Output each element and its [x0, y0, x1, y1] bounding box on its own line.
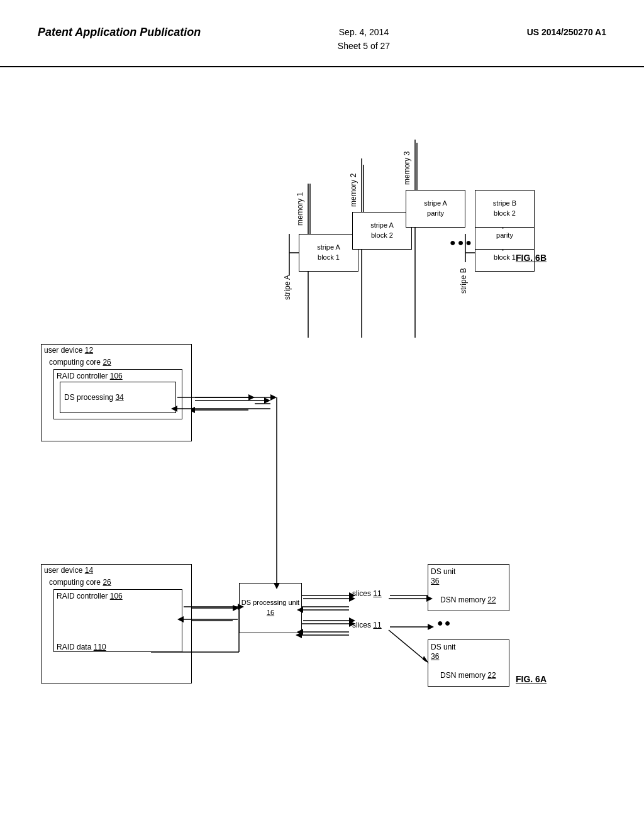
stripe-a-block2-box: stripe Ablock 2: [352, 212, 412, 250]
memory3-label: memory 3: [402, 143, 413, 193]
stripe-a-label: stripe A: [283, 250, 293, 325]
memory1-label: memory 1: [296, 184, 306, 234]
sheet-label: Sheet 5 of 27: [338, 39, 390, 53]
ds-processing-top-label: DS processing 34: [64, 393, 124, 402]
raid-controller-bottom-label: RAID controller 106: [57, 592, 123, 602]
fig6b-label: FIG. 6B: [516, 253, 547, 263]
stripe-b-block2-box: stripe Bblock 2: [475, 190, 535, 228]
stripe-b-block2-label: stripe Bblock 2: [493, 199, 516, 218]
stripe-a-block2-label: stripe Ablock 2: [370, 221, 394, 240]
ds-unit-bottom-label: DS unit36: [431, 643, 455, 662]
header-center: Sep. 4, 2014 Sheet 5 of 27: [338, 25, 390, 53]
diagram-area: stripe A stripe B memory 1 memory 2 memo…: [0, 67, 644, 822]
slices-top-label: slices 11: [352, 589, 382, 599]
stripe-a-parity-box: stripe Aparity: [406, 190, 465, 228]
stripe-a-parity-label: stripe Aparity: [424, 199, 447, 218]
raid-controller-top-label: RAID controller 106: [57, 372, 123, 382]
svg-line-43: [389, 630, 426, 661]
svg-marker-4: [248, 394, 255, 401]
user-device-14-label: user device 14: [44, 566, 93, 576]
arrow-layer: [0, 67, 644, 822]
user-device-12-label: user device 12: [44, 346, 93, 356]
ds-processing-top-box: DS processing 34: [60, 382, 176, 413]
svg-marker-9: [233, 605, 239, 611]
stripe-b-label: stripe B: [459, 237, 469, 325]
page: Patent Application Publication Sep. 4, 2…: [0, 0, 644, 830]
stripe-a-block1-label: stripe Ablock 1: [317, 243, 340, 262]
fig6a-arrows: [0, 67, 644, 822]
date-label: Sep. 4, 2014: [338, 25, 390, 39]
stripe-a-block1-box: stripe Ablock 1: [299, 234, 358, 272]
svg-marker-26: [264, 397, 270, 404]
patent-number: US 2014/250270 A1: [527, 25, 606, 39]
ds-processing-unit-box: DS processing unit 16: [239, 583, 302, 633]
slices-bottom-label: slices 11: [352, 621, 382, 631]
publication-title: Patent Application Publication: [38, 25, 201, 40]
fig6a-label: FIG. 6A: [516, 674, 547, 684]
svg-marker-24: [428, 624, 434, 630]
svg-marker-46: [270, 394, 277, 401]
dsn-memory-bottom-label: DSN memory 22: [440, 671, 496, 681]
computing-core-top-label: computing core 26: [49, 358, 111, 368]
fig6a-dots: ●●: [437, 617, 452, 629]
ds-unit-top-label: DS unit36: [431, 567, 455, 587]
ds-processing-unit-label: DS processing unit 16: [240, 598, 301, 617]
dsn-memory-top-label: DSN memory 22: [440, 595, 496, 606]
fig6b-dots: ●●●: [450, 237, 474, 248]
raid-data-label: RAID data 110: [57, 643, 106, 653]
computing-core-bottom-label: computing core 26: [49, 578, 111, 588]
page-header: Patent Application Publication Sep. 4, 2…: [0, 0, 644, 67]
memory2-label: memory 2: [349, 165, 359, 215]
